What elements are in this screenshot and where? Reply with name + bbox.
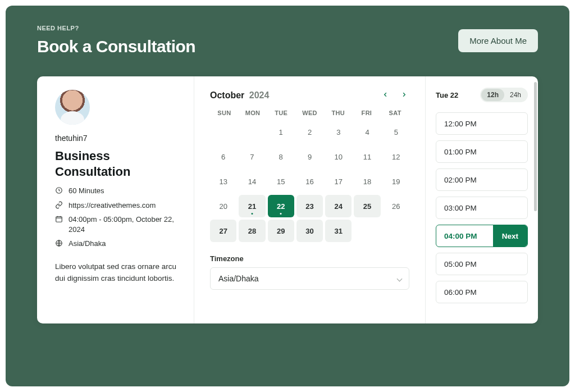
time-slot[interactable]: 01:00 PM xyxy=(436,140,528,163)
dow-sun: SUN xyxy=(210,110,239,116)
username: thetuhin7 xyxy=(55,134,180,143)
booking-card: thetuhin7 Business Consultation 60 Minut… xyxy=(37,76,538,323)
day-21[interactable]: 21 xyxy=(239,195,265,217)
year-label: 2024 xyxy=(249,90,270,100)
day-15: 15 xyxy=(268,170,294,193)
day-28[interactable]: 28 xyxy=(239,220,265,242)
day-23[interactable]: 23 xyxy=(296,195,323,217)
chevron-left-icon xyxy=(382,92,389,98)
day-5: 5 xyxy=(383,121,409,143)
day-3: 3 xyxy=(325,121,352,143)
day-8: 8 xyxy=(268,145,294,168)
time-slot[interactable]: 12:00 PM xyxy=(436,112,528,135)
format-12h[interactable]: 12h xyxy=(481,89,504,101)
time-slot[interactable]: 02:00 PM xyxy=(436,168,528,191)
calendar-panel: October 2024 SUNMONTUEWEDTHUFRISAT 12345… xyxy=(194,76,426,323)
day-20: 20 xyxy=(210,195,236,217)
day-18: 18 xyxy=(354,170,380,193)
dow-mon: MON xyxy=(239,110,267,116)
day-empty xyxy=(239,121,265,143)
info-panel: thetuhin7 Business Consultation 60 Minut… xyxy=(37,76,194,323)
globe-icon xyxy=(55,239,63,247)
calendar-icon xyxy=(55,215,63,223)
time-slot[interactable]: 04:00 PMNext xyxy=(436,225,528,247)
time-slot-label: 12:00 PM xyxy=(444,120,477,128)
time-slot-label: 02:00 PM xyxy=(444,176,477,184)
service-title: Business Consultation xyxy=(55,148,180,179)
day-25[interactable]: 25 xyxy=(354,195,380,217)
day-of-week-row: SUNMONTUEWEDTHUFRISAT xyxy=(210,110,409,116)
day-16: 16 xyxy=(296,170,323,193)
day-29[interactable]: 29 xyxy=(268,220,294,242)
meta-timezone: Asia/Dhaka xyxy=(55,239,180,249)
avatar xyxy=(55,90,90,125)
time-slot-label: 04:00 PM xyxy=(444,232,477,240)
dow-sat: SAT xyxy=(381,110,409,116)
slots-panel: Tue 22 12h 24h 12:00 PM01:00 PM02:00 PM0… xyxy=(426,76,538,323)
day-24[interactable]: 24 xyxy=(325,195,352,217)
day-10: 10 xyxy=(325,145,352,168)
next-month-button[interactable] xyxy=(399,89,409,102)
clock-icon xyxy=(55,186,63,194)
time-slot[interactable]: 06:00 PM xyxy=(436,281,528,303)
day-11: 11 xyxy=(354,145,380,168)
link-icon xyxy=(55,201,63,209)
day-13: 13 xyxy=(210,170,236,193)
time-slot-label: 05:00 PM xyxy=(444,260,477,268)
day-27[interactable]: 27 xyxy=(210,220,236,242)
calendar-grid: 1234567891011121314151617181920212223242… xyxy=(210,121,409,242)
svg-rect-1 xyxy=(56,217,62,222)
day-9: 9 xyxy=(296,145,323,168)
month-label: October xyxy=(210,90,244,100)
day-19: 19 xyxy=(383,170,409,193)
day-empty xyxy=(354,220,380,242)
day-6: 6 xyxy=(210,145,236,168)
meta-timezone-text: Asia/Dhaka xyxy=(69,239,106,249)
selected-day-label: Tue 22 xyxy=(436,91,458,99)
dow-tue: TUE xyxy=(267,110,295,116)
day-14: 14 xyxy=(239,170,265,193)
time-slot-label: 03:00 PM xyxy=(444,204,477,212)
time-slot-label: 06:00 PM xyxy=(444,288,477,297)
slot-list: 12:00 PM01:00 PM02:00 PM03:00 PM04:00 PM… xyxy=(436,112,528,303)
day-12: 12 xyxy=(383,145,409,168)
meta-duration: 60 Minutes xyxy=(55,186,180,196)
day-22[interactable]: 22 xyxy=(268,195,294,217)
dow-thu: THU xyxy=(324,110,353,116)
meta-schedule: 04:00pm - 05:00pm, October 22, 2024 xyxy=(55,215,180,234)
day-26: 26 xyxy=(383,195,409,217)
day-empty xyxy=(210,121,236,143)
meta-duration-text: 60 Minutes xyxy=(69,186,104,196)
dow-fri: FRI xyxy=(353,110,381,116)
prev-month-button[interactable] xyxy=(380,89,391,102)
day-2: 2 xyxy=(296,121,323,143)
day-30[interactable]: 30 xyxy=(296,220,323,242)
meta-schedule-text: 04:00pm - 05:00pm, October 22, 2024 xyxy=(69,215,180,234)
timezone-label: Timezone xyxy=(210,254,409,263)
more-about-me-button[interactable]: More About Me xyxy=(458,29,538,52)
time-slot-label: 01:00 PM xyxy=(444,148,477,156)
day-1: 1 xyxy=(268,121,294,143)
day-4: 4 xyxy=(354,121,380,143)
dow-wed: WED xyxy=(295,110,324,116)
next-button[interactable]: Next xyxy=(493,225,527,247)
time-slot[interactable]: 05:00 PM xyxy=(436,253,528,275)
day-7: 7 xyxy=(239,145,265,168)
day-empty xyxy=(383,220,409,242)
time-format-toggle[interactable]: 12h 24h xyxy=(480,88,528,102)
timezone-select[interactable]: Asia/Dhaka xyxy=(210,267,409,290)
time-slot[interactable]: 03:00 PM xyxy=(436,197,528,219)
chevron-right-icon xyxy=(401,92,407,98)
format-24h[interactable]: 24h xyxy=(504,89,527,101)
meta-link: https://creativethemes.com xyxy=(55,200,180,211)
day-17: 17 xyxy=(325,170,352,193)
meta-link-text: https://creativethemes.com xyxy=(69,200,156,211)
day-31[interactable]: 31 xyxy=(325,220,352,242)
description: Libero volutpat sed cras ornare arcu dui… xyxy=(55,261,180,285)
